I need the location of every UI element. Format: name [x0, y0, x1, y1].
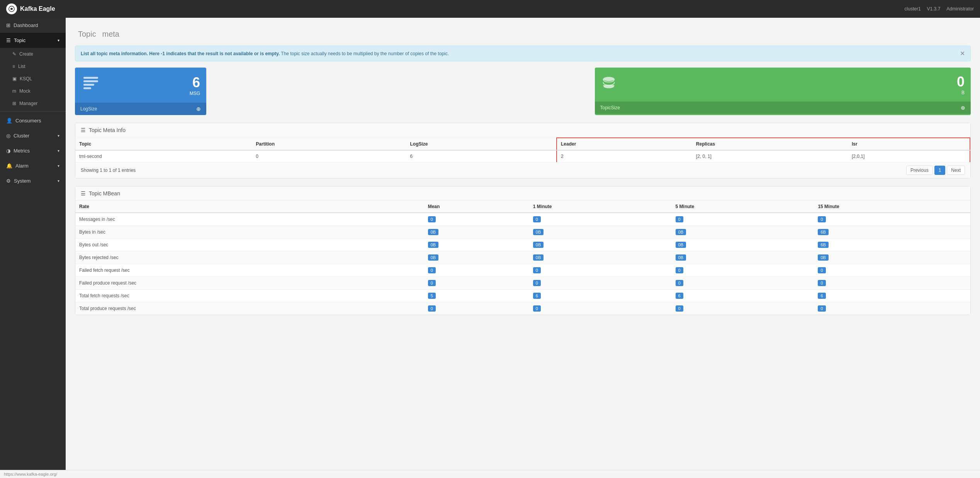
topic-meta-table: Topic Partition LogSize Leader Replicas …: [75, 137, 970, 162]
mbean-min5: 0: [672, 213, 814, 226]
navbar-right: cluster1 V1.3.7 Administrator: [905, 6, 974, 12]
mbean-row: Messages in /sec0000: [75, 213, 970, 226]
mbean-mean: 0B: [424, 239, 529, 251]
user-label: Administrator: [946, 6, 974, 12]
mbean-min15: 0: [814, 277, 970, 290]
mbean-min5: 0B: [672, 239, 814, 251]
sidebar-sub-create[interactable]: ✎ Create: [0, 48, 66, 60]
cards-row: 6 MSG LogSize ⊕: [75, 68, 971, 115]
topicsize-footer-label: TopicSize: [600, 105, 620, 110]
mbean-min5: 6: [672, 290, 814, 302]
sidebar-item-metrics[interactable]: ◑ Metrics ▾: [0, 143, 66, 158]
statusbar-url: https://www.kafka-eagle.org/: [4, 472, 57, 476]
version-label: V1.3.7: [927, 6, 941, 12]
mbean-row: Bytes rejected /sec0B0B0B0B: [75, 251, 970, 264]
sidebar-sub-manager[interactable]: ⊞ Manager: [0, 97, 66, 110]
cell-partition: 0: [252, 150, 406, 162]
mbean-mean: 0: [424, 213, 529, 226]
mbean-min5: 0B: [672, 226, 814, 239]
logsize-number: 6: [190, 75, 200, 91]
sidebar-item-system[interactable]: ⚙ System ▾: [0, 173, 66, 188]
alert-bold: List all topic meta information. Here -1…: [81, 51, 280, 56]
topicsize-value-block: 0 B: [957, 74, 965, 95]
cluster-expand-icon: ▾: [58, 134, 59, 138]
topicsize-number: 0: [957, 74, 965, 90]
topicsize-circle-icon[interactable]: ⊕: [961, 105, 965, 111]
mbean-row: Total fetch requests /sec5666: [75, 290, 970, 302]
topic-meta-section: ☰ Topic Meta Info Topic Partition LogSiz…: [75, 123, 971, 178]
mbean-rate: Total fetch requests /sec: [75, 290, 424, 302]
mbean-min5: 0: [672, 277, 814, 290]
mbean-min1: 0B: [529, 226, 672, 239]
sidebar-label-dashboard: Dashboard: [14, 22, 38, 28]
next-button[interactable]: Next: [947, 166, 965, 175]
sidebar-item-topic[interactable]: ☰ Topic ▾: [0, 33, 66, 48]
sidebar-label-list: List: [18, 64, 25, 69]
mbean-row: Total produce requests /sec0000: [75, 302, 970, 315]
mbean-min15: 0: [814, 264, 970, 277]
topic-meta-header: ☰ Topic Meta Info: [75, 123, 970, 137]
logsize-circle-icon[interactable]: ⊕: [196, 106, 201, 112]
alarm-expand-icon: ▾: [58, 164, 59, 168]
brand-name: Kafka Eagle: [20, 5, 55, 12]
mbean-rate: Bytes rejected /sec: [75, 251, 424, 264]
sidebar-item-cluster[interactable]: ◎ Cluster ▾: [0, 128, 66, 143]
page-1-button[interactable]: 1: [934, 166, 946, 175]
page-subtitle-text: meta: [102, 30, 119, 38]
sidebar-sub-list[interactable]: ≡ List: [0, 60, 66, 73]
mbean-col-1min: 1 Minute: [529, 201, 672, 213]
sidebar-item-consumers[interactable]: 👤 Consumers: [0, 113, 66, 128]
mbean-mean: 0B: [424, 251, 529, 264]
cluster-label: cluster1: [905, 6, 921, 12]
navbar-brand: Kafka Eagle: [6, 3, 55, 14]
logsize-footer-label: LogSize: [80, 106, 97, 112]
mbean-min15: 6: [814, 290, 970, 302]
eagle-icon: [8, 5, 15, 12]
layout: ⊞ Dashboard ☰ Topic ▾ ✎ Create ≡ List ▣ …: [0, 18, 980, 470]
prev-button[interactable]: Previous: [906, 166, 933, 175]
mbean-mean: 0B: [424, 226, 529, 239]
topic-meta-thead: Topic Partition LogSize Leader Replicas …: [75, 138, 970, 150]
col-isr: Isr: [848, 138, 970, 150]
pagination-btns: Previous 1 Next: [906, 166, 965, 175]
mbean-rate: Failed fetch request /sec: [75, 264, 424, 277]
sidebar-item-dashboard[interactable]: ⊞ Dashboard: [0, 18, 66, 33]
create-icon: ✎: [12, 51, 16, 57]
mbean-min1: 0: [529, 264, 672, 277]
mbean-row: Failed produce request /sec0000: [75, 277, 970, 290]
topic-meta-header-row: Topic Partition LogSize Leader Replicas …: [75, 138, 970, 150]
col-leader: Leader: [557, 138, 692, 150]
ksql-icon: ▣: [12, 76, 17, 81]
mbean-icon: ☰: [81, 190, 86, 197]
topic-meta-table-wrapper: Topic Partition LogSize Leader Replicas …: [75, 137, 970, 162]
navbar: Kafka Eagle cluster1 V1.3.7 Administrato…: [0, 0, 980, 18]
logsize-value-block: 6 MSG: [190, 75, 200, 96]
sidebar-sub-ksql[interactable]: ▣ KSQL: [0, 73, 66, 85]
sidebar-label-mock: Mock: [19, 88, 31, 94]
sidebar-label-cluster: Cluster: [14, 133, 29, 139]
card-topicsize-footer[interactable]: TopicSize ⊕: [595, 102, 971, 114]
topic-expand-icon: ▾: [58, 38, 59, 42]
mbean-tbody: Messages in /sec0000Bytes in /sec0B0B0B6…: [75, 213, 970, 315]
topicsize-card-icon: [601, 75, 617, 94]
system-icon: ⚙: [6, 178, 11, 184]
alarm-icon: 🔔: [6, 163, 12, 169]
mock-icon: m: [12, 88, 16, 94]
topic-mbean-header: ☰ Topic MBean: [75, 186, 970, 201]
mbean-rate: Messages in /sec: [75, 213, 424, 226]
card-logsize-footer[interactable]: LogSize ⊕: [75, 103, 206, 115]
col-logsize: LogSize: [406, 138, 557, 150]
cell-replicas: [2, 0, 1]: [692, 150, 848, 162]
alert-close[interactable]: ✕: [960, 50, 965, 57]
mbean-min1: 0B: [529, 251, 672, 264]
manager-icon: ⊞: [12, 101, 16, 106]
mbean-min5: 0B: [672, 251, 814, 264]
logsize-unit: MSG: [190, 91, 200, 96]
svg-point-5: [603, 77, 614, 81]
svg-rect-3: [83, 84, 94, 86]
topic-meta-icon: ☰: [81, 127, 86, 133]
mbean-mean: 0: [424, 302, 529, 315]
sidebar-item-alarm[interactable]: 🔔 Alarm ▾: [0, 158, 66, 173]
sidebar-sub-mock[interactable]: m Mock: [0, 85, 66, 97]
mbean-min15: 0: [814, 213, 970, 226]
